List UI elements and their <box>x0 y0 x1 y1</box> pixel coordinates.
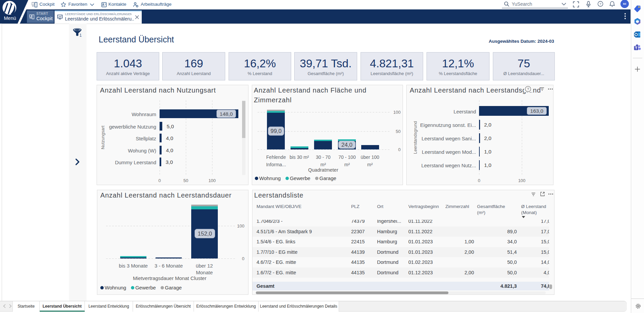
svg-text:?: ? <box>527 87 529 91</box>
svg-text:Menü: Menü <box>4 15 16 21</box>
svg-text:?: ? <box>600 2 601 6</box>
